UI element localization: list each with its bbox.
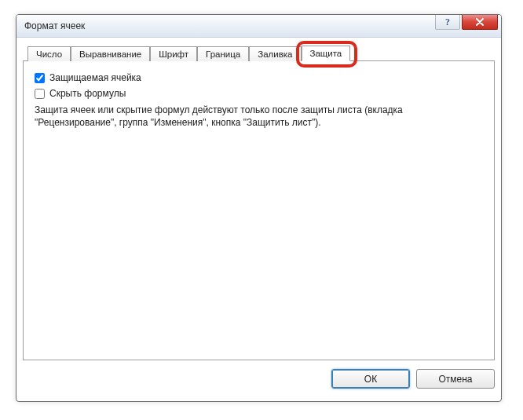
tab-label: Шрифт xyxy=(159,49,188,59)
tab-font[interactable]: Шрифт xyxy=(150,46,197,61)
format-cells-dialog: Формат ячеек ? Число Выравнивание Шрифт xyxy=(16,14,502,402)
protection-description: Защита ячеек или скрытие формул действую… xyxy=(35,104,474,129)
window-title: Формат ячеек xyxy=(24,20,85,31)
close-button[interactable] xyxy=(462,15,498,30)
tab-label: Выравнивание xyxy=(79,49,141,59)
hide-formulas-checkbox[interactable] xyxy=(35,89,45,99)
tab-fill[interactable]: Заливка xyxy=(249,46,301,61)
ok-button[interactable]: ОК xyxy=(331,369,410,389)
help-icon: ? xyxy=(445,16,450,28)
tab-alignment[interactable]: Выравнивание xyxy=(71,46,150,61)
button-label: ОК xyxy=(364,374,377,385)
hide-formulas-label: Скрыть формулы xyxy=(49,88,126,99)
button-label: Отмена xyxy=(438,374,472,385)
tabstrip: Число Выравнивание Шрифт Граница Заливка… xyxy=(23,43,495,60)
help-button[interactable]: ? xyxy=(435,15,460,30)
tab-label: Граница xyxy=(206,49,240,59)
titlebar: Формат ячеек ? xyxy=(16,15,501,38)
tabpanel-protection: Защищаемая ячейка Скрыть формулы Защита … xyxy=(23,60,495,360)
client-area: Число Выравнивание Шрифт Граница Заливка… xyxy=(23,43,495,393)
tab-label: Заливка xyxy=(258,49,292,59)
window-controls: ? xyxy=(433,15,498,31)
dialog-footer: ОК Отмена xyxy=(331,369,495,389)
protected-cell-label: Защищаемая ячейка xyxy=(49,72,141,83)
tab-number[interactable]: Число xyxy=(27,46,71,61)
tab-border[interactable]: Граница xyxy=(197,46,249,61)
protected-cell-row: Защищаемая ячейка xyxy=(35,71,483,85)
protected-cell-checkbox[interactable] xyxy=(35,73,45,83)
tab-protection[interactable]: Защита xyxy=(302,46,351,61)
tab-label: Число xyxy=(36,49,62,59)
tab-label: Защита xyxy=(310,49,342,58)
cancel-button[interactable]: Отмена xyxy=(416,369,495,389)
hide-formulas-row: Скрыть формулы xyxy=(35,86,483,100)
close-icon xyxy=(475,18,485,26)
